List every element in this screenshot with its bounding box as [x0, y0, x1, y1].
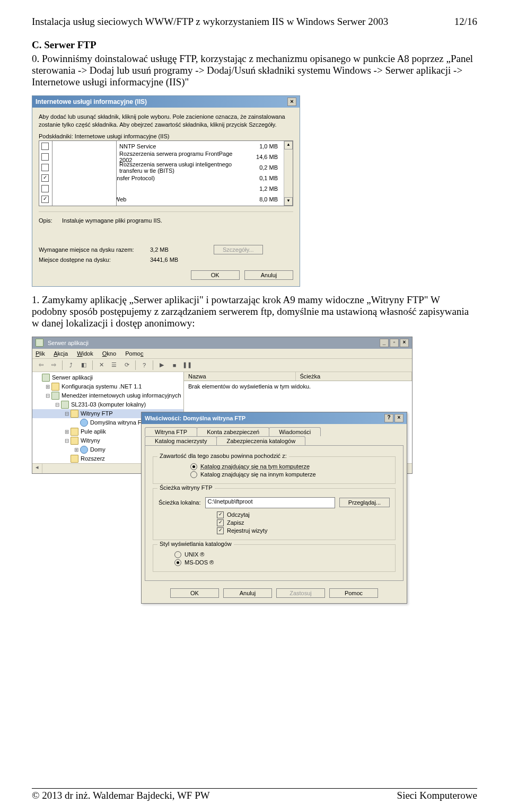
expand-icon[interactable]: ⊟ [63, 411, 71, 417]
checkbox-icon[interactable] [41, 153, 49, 161]
cancel-button[interactable]: Anuluj [244, 270, 293, 280]
stop-icon[interactable]: ■ [169, 360, 180, 370]
close-icon[interactable]: × [287, 98, 296, 106]
list-item[interactable]: Rozszerzenia serwera usługi inteligentne… [39, 162, 293, 173]
radio-icon[interactable] [190, 463, 197, 470]
properties-icon[interactable]: ◧ [78, 360, 89, 370]
required-space-label: Wymagane miejsce na dysku razem: [39, 246, 150, 253]
minimize-icon[interactable]: _ [380, 339, 389, 347]
checkbox-read[interactable]: ✓ Odczytaj [217, 511, 390, 518]
menu-view[interactable]: Widok [77, 350, 93, 357]
tab-zabezpieczenia[interactable]: Zabezpieczenia katalogów [216, 436, 305, 445]
help-icon[interactable]: ? [384, 414, 393, 422]
radio-other-computer[interactable]: Katalog znajdujący się na innym komputer… [190, 471, 390, 478]
expand-icon[interactable]: ⊟ [44, 393, 51, 399]
tab-katalog-macierzysty[interactable]: Katalog macierzysty [145, 436, 217, 445]
pause-icon[interactable]: ❚❚ [182, 360, 192, 370]
radio-msdos[interactable]: MS-DOS ® [174, 559, 390, 566]
list-item-label: Rozszerzenia serwera usługi inteligentne… [119, 161, 245, 174]
tree-item[interactable]: ⊞Konfiguracja systemu .NET 1.1 [32, 382, 183, 391]
help-icon[interactable]: ? [139, 360, 150, 370]
checkbox-log-visits[interactable]: ✓ Rejestruj wizyty [217, 527, 390, 534]
menu-bar[interactable]: Plik Akcja Widok Okno Pomoc [32, 349, 412, 359]
scrollbar[interactable]: ▲ ▼ [284, 141, 293, 206]
toolbar: ⇦ ⇨ ⤴ ◧ ✕ ☰ ⟳ ? ▶ ■ ❚❚ [32, 359, 412, 372]
tab-wiadomosci[interactable]: Wiadomości [269, 427, 321, 436]
tree-item-label: Pule aplik [81, 428, 106, 435]
scroll-left-icon[interactable]: ◂ [32, 464, 42, 473]
scroll-up-icon[interactable]: ▲ [284, 141, 293, 149]
menu-action[interactable]: Akcja [54, 350, 68, 357]
expand-icon[interactable]: ⊞ [73, 447, 80, 453]
iis-subcomponents-list[interactable]: NNTP Service 1,0 MB Rozszerzenia serwera… [39, 140, 293, 206]
tree-item[interactable]: ⊟SL231-03 (komputer lokalny) [32, 400, 183, 409]
tree-item[interactable]: ⊟Menedżer internetowych usług informacyj… [32, 391, 183, 400]
close-icon[interactable]: × [400, 339, 409, 347]
details-button[interactable]: Szczegóły... [214, 245, 263, 254]
play-icon[interactable]: ▶ [156, 360, 167, 370]
radio-unix[interactable]: UNIX ® [174, 551, 390, 558]
expand-icon[interactable]: ⊞ [44, 384, 51, 390]
browse-button[interactable]: Przeglądaj... [339, 498, 390, 507]
tree-item[interactable]: Serwer aplikacji [32, 373, 183, 382]
ok-button[interactable]: OK [170, 588, 219, 598]
tab-konta[interactable]: Konta zabezpieczeń [197, 427, 269, 436]
checkbox-icon[interactable] [41, 164, 49, 171]
available-space-label: Miejsce dostępne na dysku: [39, 257, 150, 263]
scroll-down-icon[interactable]: ▼ [284, 197, 293, 206]
checkbox-icon[interactable] [41, 143, 49, 150]
tree-item-label: Witryny [81, 437, 100, 444]
cancel-button[interactable]: Anuluj [223, 588, 272, 598]
radio-icon[interactable] [174, 551, 181, 558]
checkbox-icon[interactable]: ✓ [41, 174, 49, 182]
radio-icon[interactable] [174, 559, 181, 566]
column-name[interactable]: Nazwa [184, 372, 296, 381]
radio-label: MS-DOS ® [185, 559, 214, 566]
list-item-size: 14,6 MB [245, 154, 281, 160]
folder-icon [71, 455, 78, 463]
ok-button[interactable]: OK [191, 270, 240, 280]
delete-icon[interactable]: ✕ [96, 360, 107, 370]
menu-help[interactable]: Pomoc [125, 350, 143, 357]
forward-icon[interactable]: ⇨ [48, 360, 59, 370]
srv-icon [42, 374, 50, 382]
expand-icon[interactable]: ⊞ [63, 429, 71, 435]
divider [39, 211, 293, 212]
back-icon[interactable]: ⇦ [36, 360, 46, 370]
expand-icon[interactable]: ⊟ [63, 438, 71, 444]
checkbox-icon[interactable]: ✓ [217, 511, 224, 518]
close-icon[interactable]: × [394, 414, 403, 422]
iis-components-dialog: Internetowe usługi informacyjne (IIS) × … [32, 95, 300, 287]
paragraph-0: 0. Powinniśmy doinstalować usługę FTP, k… [32, 53, 477, 88]
checkbox-icon[interactable]: ✓ [217, 527, 224, 534]
toolbar-divider [135, 360, 136, 370]
up-icon[interactable]: ⤴ [66, 360, 76, 370]
menu-window[interactable]: Okno [102, 350, 116, 357]
check-label: Odczytaj [227, 511, 250, 518]
srv-icon [61, 401, 69, 409]
description-label: Opis: [39, 217, 59, 224]
menu-file[interactable]: Plik [36, 350, 45, 357]
options-icon[interactable]: ☰ [109, 360, 119, 370]
footer-course: Sieci Komputerowe [397, 790, 477, 801]
local-path-input[interactable]: C:\Inetpub\ftproot [205, 497, 335, 508]
header-title: Instalacja usług sieciowych WWW/FTP z wy… [32, 16, 388, 28]
page-icon [52, 140, 117, 206]
tab-witryna-ftp[interactable]: Witryna FTP [145, 427, 197, 436]
radio-icon[interactable] [190, 471, 197, 478]
checkbox-icon[interactable]: ✓ [217, 519, 224, 526]
maximize-icon[interactable]: ▫ [390, 339, 399, 347]
expand-icon[interactable]: ⊟ [54, 402, 61, 408]
checkbox-icon[interactable]: ✓ [41, 196, 49, 203]
folder-icon [71, 410, 78, 418]
refresh-icon[interactable]: ⟳ [121, 360, 132, 370]
list-item-size: 0,1 MB [245, 175, 281, 181]
radio-label: Katalog znajdujący się na tym komputerze [200, 463, 310, 470]
content-source-legend: Zawartość dla tego zasobu powinna pochod… [157, 453, 289, 459]
radio-this-computer[interactable]: Katalog znajdujący się na tym komputerze [190, 463, 390, 470]
checkbox-icon[interactable] [41, 185, 49, 192]
help-button[interactable]: Pomoc [329, 588, 378, 598]
checkbox-write[interactable]: ✓ Zapisz [217, 519, 390, 526]
apply-button[interactable]: Zastosuj [276, 588, 325, 598]
column-path[interactable]: Ścieżka [296, 372, 413, 381]
